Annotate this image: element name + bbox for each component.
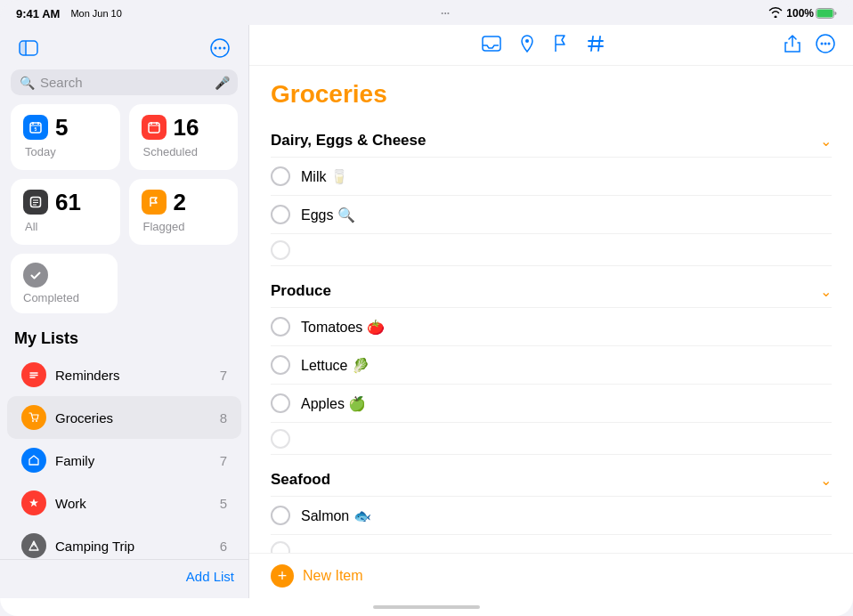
main-toolbar	[249, 25, 853, 66]
dairy-section-header[interactable]: Dairy, Eggs & Cheese ⌄	[271, 123, 832, 158]
seafood-title: Seafood	[271, 471, 330, 489]
camping-name: Camping Trip	[55, 539, 211, 554]
toolbar-center	[482, 35, 605, 57]
flagged-label: Flagged	[142, 220, 185, 233]
work-count: 5	[220, 496, 227, 511]
scheduled-icon	[142, 115, 167, 140]
scheduled-card[interactable]: 16 Scheduled	[129, 104, 239, 170]
section-produce: Produce ⌄ Tomatoes 🍅 Lettuce 🥬 Apples 🍏	[271, 273, 832, 455]
all-icon	[23, 190, 48, 215]
more-icon[interactable]	[816, 34, 835, 58]
sidebar-toggle-button[interactable]	[14, 34, 43, 62]
share-icon[interactable]	[784, 35, 801, 57]
status-icons: 100%	[768, 7, 837, 20]
svg-point-6	[219, 47, 222, 50]
today-label: Today	[23, 145, 56, 158]
sidebar-footer: Add List	[0, 559, 248, 598]
new-item-plus-button[interactable]: +	[271, 564, 294, 588]
new-item-label[interactable]: New Item	[303, 568, 363, 584]
groceries-count: 8	[220, 410, 227, 426]
reminders-count: 7	[220, 368, 227, 383]
seafood-new-checkbox[interactable]	[271, 541, 290, 554]
produce-new-checkbox[interactable]	[271, 429, 290, 449]
add-list-button[interactable]: Add List	[14, 569, 234, 584]
svg-point-8	[223, 47, 226, 50]
milk-checkbox[interactable]	[271, 166, 290, 186]
dairy-new-checkbox[interactable]	[271, 240, 290, 260]
hashtag-icon[interactable]	[587, 35, 605, 57]
status-center-dots: ···	[441, 7, 450, 20]
inbox-icon[interactable]	[482, 36, 501, 56]
battery-icon: 100%	[786, 7, 837, 20]
main-panel: Groceries Dairy, Eggs & Cheese ⌄ Milk 🥛 …	[249, 25, 853, 598]
status-date: Mon Jun 10	[70, 8, 121, 19]
camping-count: 6	[220, 539, 227, 554]
seafood-empty-row	[271, 535, 832, 553]
svg-rect-3	[20, 41, 26, 55]
list-item-reminders[interactable]: Reminders 7	[7, 353, 241, 396]
groceries-name: Groceries	[55, 410, 211, 426]
produce-section-header[interactable]: Produce ⌄	[271, 273, 832, 308]
tomatoes-checkbox[interactable]	[271, 317, 290, 336]
produce-title: Produce	[271, 282, 331, 300]
home-indicator	[0, 598, 853, 616]
dairy-empty-row	[271, 234, 832, 266]
salmon-text: Salmon 🐟	[301, 507, 371, 524]
svg-point-37	[828, 43, 831, 45]
today-count: 5	[55, 116, 68, 139]
flag-icon[interactable]	[553, 35, 569, 57]
list-items: Reminders 7 Groceries 8	[0, 353, 248, 559]
eggs-checkbox[interactable]	[271, 205, 290, 224]
scheduled-count: 16	[174, 116, 199, 139]
family-icon	[21, 448, 46, 473]
milk-row: Milk 🥛	[271, 158, 832, 196]
work-name: Work	[55, 496, 211, 511]
list-title: Groceries	[271, 80, 832, 109]
search-input[interactable]	[40, 75, 209, 90]
eggs-row: Eggs 🔍	[271, 196, 832, 234]
status-time: 9:41 AM	[16, 7, 60, 20]
apples-text: Apples 🍏	[301, 395, 366, 412]
dairy-title: Dairy, Eggs & Cheese	[271, 132, 426, 150]
list-item-work[interactable]: Work 5	[7, 482, 241, 524]
svg-line-31	[598, 36, 600, 51]
sidebar-more-button[interactable]	[206, 34, 234, 62]
today-card[interactable]: 5 5 Today	[11, 104, 120, 170]
list-item-camping[interactable]: Camping Trip 6	[7, 524, 241, 559]
completed-label: Completed	[23, 291, 79, 304]
mic-icon[interactable]: 🎤	[215, 76, 230, 90]
lettuce-text: Lettuce 🥬	[301, 357, 370, 374]
svg-point-25	[32, 420, 34, 422]
main-content: 🔍 🎤 5	[0, 25, 853, 598]
list-item-family[interactable]: Family 7	[7, 439, 241, 482]
completed-button[interactable]: Completed	[11, 254, 118, 313]
svg-point-29	[525, 39, 529, 43]
svg-point-27	[33, 543, 35, 545]
location-icon[interactable]	[519, 35, 535, 57]
list-item-groceries[interactable]: Groceries 8	[7, 396, 241, 439]
reminders-name: Reminders	[55, 368, 211, 383]
toolbar-right	[784, 34, 835, 58]
search-bar[interactable]: 🔍 🎤	[11, 69, 238, 95]
svg-point-35	[821, 43, 824, 45]
lettuce-checkbox[interactable]	[271, 355, 290, 375]
apples-checkbox[interactable]	[271, 393, 290, 413]
status-bar: 9:41 AM Mon Jun 10 ··· 100%	[0, 0, 853, 25]
completed-icon	[23, 263, 48, 288]
all-card[interactable]: 61 All	[11, 179, 120, 245]
reminders-icon	[21, 362, 46, 387]
svg-point-26	[36, 420, 37, 422]
svg-rect-1	[816, 10, 833, 18]
home-bar	[373, 605, 480, 609]
search-icon: 🔍	[20, 76, 35, 90]
new-item-bar: + New Item	[249, 553, 853, 598]
groceries-icon	[21, 405, 46, 430]
flagged-card[interactable]: 2 Flagged	[129, 179, 239, 245]
seafood-section-header[interactable]: Seafood ⌄	[271, 462, 832, 497]
salmon-checkbox[interactable]	[271, 506, 290, 525]
seafood-chevron: ⌄	[820, 472, 832, 489]
wifi-icon	[768, 7, 783, 20]
svg-point-7	[215, 47, 217, 50]
svg-rect-14	[149, 123, 159, 133]
svg-point-36	[825, 43, 827, 45]
